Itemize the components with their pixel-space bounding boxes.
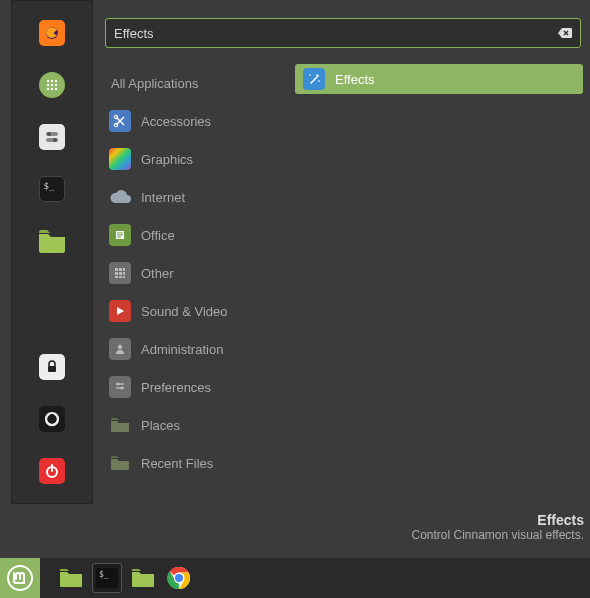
category-graphics[interactable]: Graphics <box>103 140 285 178</box>
folder-icon <box>109 452 131 474</box>
app-effects[interactable]: Effects <box>295 64 583 94</box>
app-label: Effects <box>335 72 375 87</box>
cloud-icon <box>109 186 131 208</box>
svg-point-35 <box>117 383 120 386</box>
taskbar-chrome[interactable] <box>164 563 194 593</box>
power-icon <box>44 463 60 479</box>
svg-point-39 <box>318 80 320 82</box>
category-label: Sound & Video <box>141 304 228 319</box>
folder-icon <box>59 568 83 588</box>
lock-button[interactable] <box>32 347 72 387</box>
scissors-icon <box>109 110 131 132</box>
favorite-files[interactable] <box>32 221 72 261</box>
favorite-terminal[interactable]: $_ <box>32 169 72 209</box>
category-internet[interactable]: Internet <box>103 178 285 216</box>
category-label: Accessories <box>141 114 211 129</box>
svg-point-11 <box>47 132 51 136</box>
sliders-icon <box>109 376 131 398</box>
svg-point-9 <box>55 88 57 90</box>
effects-icon <box>303 68 325 90</box>
grid-icon <box>109 262 131 284</box>
taskbar-files-2[interactable] <box>128 563 158 593</box>
category-places[interactable]: Places <box>103 406 285 444</box>
category-sound-video[interactable]: Sound & Video <box>103 292 285 330</box>
svg-point-6 <box>55 84 57 86</box>
category-administration[interactable]: Administration <box>103 330 285 368</box>
menu-button[interactable] <box>0 558 40 598</box>
svg-point-1 <box>47 80 49 82</box>
category-accessories[interactable]: Accessories <box>103 102 285 140</box>
category-label: All Applications <box>111 76 198 91</box>
svg-point-8 <box>51 88 53 90</box>
svg-point-7 <box>47 88 49 90</box>
menu-content: All Applications Accessories Graphics <box>93 0 590 504</box>
play-icon <box>109 300 131 322</box>
toggles-icon <box>44 129 60 145</box>
favorite-firefox[interactable] <box>32 13 72 53</box>
terminal-icon: $_ <box>44 181 55 191</box>
svg-point-33 <box>118 345 122 349</box>
category-label: Preferences <box>141 380 211 395</box>
app-tooltip: Effects Control Cinnamon visual effects. <box>411 512 584 542</box>
category-recent-files[interactable]: Recent Files <box>103 444 285 482</box>
power-button[interactable] <box>32 451 72 491</box>
svg-point-5 <box>51 84 53 86</box>
svg-point-4 <box>47 84 49 86</box>
terminal-icon: $_ <box>99 570 109 579</box>
folder-icon <box>109 414 131 436</box>
folder-icon <box>38 229 66 253</box>
document-icon <box>109 224 131 246</box>
logout-button[interactable] <box>32 399 72 439</box>
application-menu: $_ <box>11 0 590 504</box>
svg-rect-26 <box>123 268 125 271</box>
category-label: Internet <box>141 190 185 205</box>
grid-icon <box>46 79 58 91</box>
category-label: Administration <box>141 342 223 357</box>
svg-rect-29 <box>123 272 125 275</box>
tooltip-title: Effects <box>411 512 584 528</box>
taskbar-terminal[interactable]: $_ <box>92 563 122 593</box>
svg-point-43 <box>175 574 183 582</box>
favorites-sidebar: $_ <box>11 0 93 504</box>
svg-rect-27 <box>115 272 118 275</box>
folder-icon <box>131 568 155 588</box>
rainbow-icon <box>109 148 131 170</box>
category-label: Places <box>141 418 180 433</box>
svg-point-2 <box>51 80 53 82</box>
svg-rect-28 <box>119 272 122 275</box>
category-label: Office <box>141 228 175 243</box>
logout-icon <box>44 411 60 427</box>
svg-point-3 <box>55 80 57 82</box>
taskbar-files[interactable] <box>56 563 86 593</box>
admin-icon <box>109 338 131 360</box>
svg-point-38 <box>309 74 311 76</box>
svg-rect-32 <box>123 276 125 278</box>
svg-rect-24 <box>115 268 118 271</box>
category-all-applications[interactable]: All Applications <box>103 64 285 102</box>
taskbar: $_ <box>0 558 590 598</box>
svg-rect-31 <box>119 276 122 278</box>
lock-icon <box>45 360 59 374</box>
svg-rect-14 <box>48 366 56 372</box>
svg-rect-30 <box>115 276 118 278</box>
search-input[interactable] <box>114 26 558 41</box>
category-office[interactable]: Office <box>103 216 285 254</box>
firefox-icon <box>44 25 60 41</box>
category-label: Recent Files <box>141 456 213 471</box>
mint-logo-icon <box>7 565 33 591</box>
search-field-wrapper[interactable] <box>105 18 581 48</box>
category-label: Other <box>141 266 174 281</box>
category-other[interactable]: Other <box>103 254 285 292</box>
chrome-icon <box>167 566 191 590</box>
svg-point-13 <box>53 138 57 142</box>
categories-list: All Applications Accessories Graphics <box>103 64 285 498</box>
applications-list: Effects <box>295 64 583 498</box>
tooltip-description: Control Cinnamon visual effects. <box>411 528 584 542</box>
favorite-settings[interactable] <box>32 117 72 157</box>
backspace-icon <box>558 28 572 38</box>
svg-rect-25 <box>119 268 122 271</box>
clear-search-button[interactable] <box>558 27 572 39</box>
svg-point-37 <box>121 387 124 390</box>
category-preferences[interactable]: Preferences <box>103 368 285 406</box>
favorite-apps[interactable] <box>32 65 72 105</box>
